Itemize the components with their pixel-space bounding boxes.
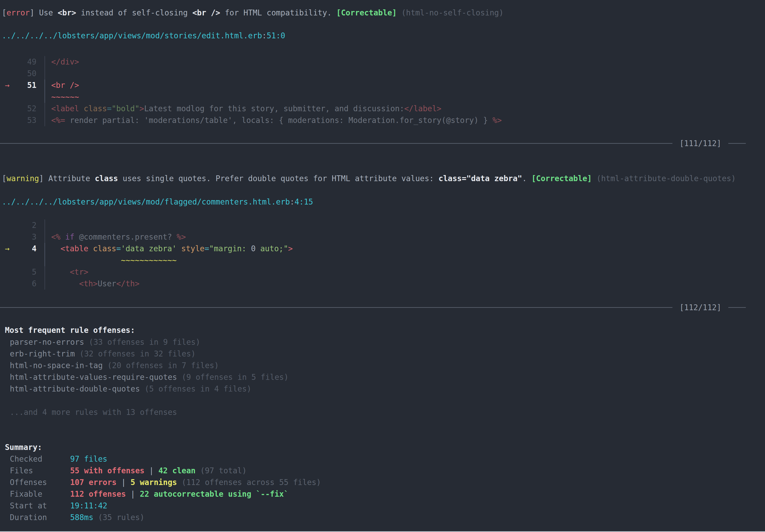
rule-name: erb-right-trim xyxy=(10,349,75,358)
code-line: 53<%= render partial: 'moderations/table… xyxy=(0,115,765,126)
token: = xyxy=(116,244,121,253)
offense-pointer-arrow: → xyxy=(0,243,14,255)
token: error xyxy=(7,8,30,17)
token: <%= xyxy=(51,116,65,125)
token: @commenters.present? xyxy=(74,232,177,242)
token: ] Use xyxy=(30,8,58,17)
offense-pointer-arrow: → xyxy=(0,80,14,91)
token xyxy=(51,279,79,288)
summary-label: Start at xyxy=(0,500,70,512)
line-number: 3 xyxy=(14,231,36,243)
progress-divider-2: [112/112] xyxy=(0,301,765,313)
token: ../../../../lobsters/app/views/mod/stori… xyxy=(2,31,262,40)
token xyxy=(93,513,98,522)
line-number: 5 xyxy=(14,266,36,278)
line-number: 53 xyxy=(14,115,36,126)
code-line-highlighted: →4 <table class='data zebra' style="marg… xyxy=(0,243,765,255)
code-text xyxy=(44,68,765,80)
code-text: ~~~~~~ xyxy=(44,91,765,103)
token: (97 total) xyxy=(200,466,247,475)
arrow-spacer xyxy=(0,56,14,68)
token: (35 rules) xyxy=(98,513,145,522)
code-text xyxy=(44,220,765,231)
token xyxy=(51,256,121,265)
token xyxy=(79,104,84,113)
offense-warning-code-snippet: 23<% if @commenters.present? %>→4 <table… xyxy=(0,220,765,289)
token xyxy=(592,174,596,183)
summary-row-duration: Duration 588ms (35 rules) xyxy=(0,512,765,523)
token: 4:15 xyxy=(295,197,313,207)
rule-offense-count: (32 offenses in 32 files) xyxy=(75,349,196,358)
token: [Correctable] xyxy=(337,8,397,17)
code-line: 50 xyxy=(0,68,765,80)
token: style xyxy=(181,244,204,253)
token: > xyxy=(140,104,144,113)
progress-divider-1: [111/112] xyxy=(0,138,765,149)
code-text: <tr> xyxy=(44,266,765,278)
token: class="data zebra" xyxy=(438,174,522,183)
line-number xyxy=(14,255,36,266)
code-text: ~~~~~~~~~~~~ xyxy=(44,255,765,266)
rule-offense-count: (20 offenses in 7 files) xyxy=(103,361,219,370)
token: [Correctable] xyxy=(531,174,592,183)
token: <br> xyxy=(58,8,76,17)
arrow-spacer xyxy=(0,115,14,126)
offense-warning-message: [warning] Attribute class uses single qu… xyxy=(0,173,765,185)
token: 5 warnings xyxy=(131,478,177,487)
token: ~~~~~~~~~~~~ xyxy=(121,256,177,265)
summary-header: Summary: xyxy=(0,441,765,453)
token: [ xyxy=(2,174,7,183)
token: 22 autocorrectable using `--fix` xyxy=(140,489,289,499)
rule-offense-row: html-no-space-in-tag (20 offenses in 7 f… xyxy=(0,360,765,371)
divider-line xyxy=(728,307,746,308)
token: <br /> xyxy=(51,81,79,90)
summary-label: Checked xyxy=(0,453,70,465)
token: <% xyxy=(51,232,61,242)
token: class xyxy=(84,104,107,113)
token xyxy=(51,244,61,253)
code-text: <table class='data zebra' style="margin:… xyxy=(44,243,765,255)
rule-offense-row: erb-right-trim (32 offenses in 32 files) xyxy=(0,348,765,360)
line-number: 51 xyxy=(14,80,36,91)
summary-row-checked: Checked 97 files xyxy=(0,453,765,465)
rule-offense-count: (9 offenses in 5 files) xyxy=(177,372,289,382)
token: | xyxy=(126,489,140,499)
token: | xyxy=(145,466,159,475)
token: <label xyxy=(51,104,79,113)
rule-name: parser-no-errors xyxy=(10,337,84,347)
token: ] Attribute xyxy=(39,174,95,183)
rule-offense-count: (5 offenses in 4 files) xyxy=(140,384,251,393)
token: instead of self-closing xyxy=(76,8,193,17)
progress-counter: [112/112] xyxy=(679,303,721,312)
offense-warning-location: ../../../../lobsters/app/views/mod/flagg… xyxy=(0,196,765,208)
code-text: <% if @commenters.present? %> xyxy=(44,231,765,243)
progress-counter: [111/112] xyxy=(679,139,721,148)
summary-label: Files xyxy=(0,465,70,477)
summary-label: Duration xyxy=(0,512,70,523)
line-number: 6 xyxy=(14,278,36,289)
summary-value: 107 errors | 5 warnings (112 offenses ac… xyxy=(70,477,765,488)
token: ~~~~~~ xyxy=(51,92,79,102)
token: "bold" xyxy=(112,104,139,113)
code-line: 52<label class="bold">Latest modlog for … xyxy=(0,103,765,115)
line-number: 2 xyxy=(14,220,36,231)
token: 'data zebra' xyxy=(121,244,177,253)
code-text: <label class="bold">Latest modlog for th… xyxy=(44,103,765,115)
token xyxy=(196,466,200,475)
summary-label: Fixable xyxy=(0,488,70,500)
token: 51:0 xyxy=(267,31,285,40)
token: (112 offenses across 55 files) xyxy=(182,478,321,487)
token: 19:11:42 xyxy=(70,501,107,510)
summary-row-fixable: Fixable 112 offenses | 22 autocorrectabl… xyxy=(0,488,765,500)
squiggle-underline-line: ~~~~~~~~~~~~ xyxy=(0,255,765,266)
arrow-spacer xyxy=(0,255,14,266)
arrow-spacer xyxy=(0,103,14,115)
token: "margin: xyxy=(209,244,251,253)
token xyxy=(397,8,401,17)
token: </div> xyxy=(51,57,79,66)
rule-offense-row: html-attribute-double-quotes (5 offenses… xyxy=(0,383,765,395)
code-line: 3<% if @commenters.present? %> xyxy=(0,231,765,243)
arrow-spacer xyxy=(0,231,14,243)
token: (html-attribute-double-quotes) xyxy=(596,174,736,183)
rule-name: html-attribute-values-require-quotes xyxy=(10,372,177,382)
